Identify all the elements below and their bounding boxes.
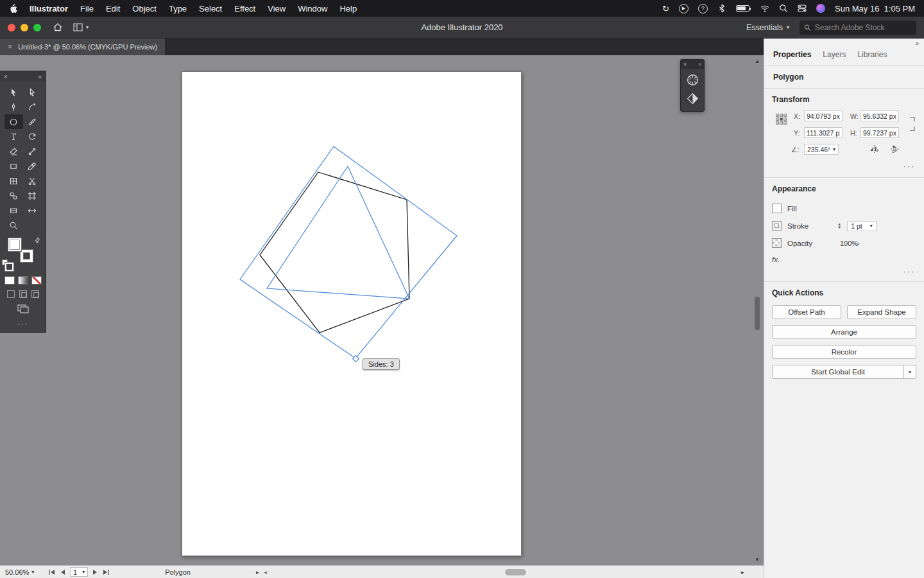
default-fill-stroke-icon[interactable]: [2, 259, 8, 265]
edit-toolbar-icon[interactable]: ···: [0, 319, 46, 328]
tools-panel-close-icon[interactable]: ×: [4, 73, 8, 80]
expand-shape-button[interactable]: Expand Shape: [847, 305, 916, 319]
curvature-tool[interactable]: [23, 100, 42, 114]
artboard[interactable]: [182, 71, 522, 556]
zoom-tool[interactable]: [4, 218, 23, 232]
transform-more-options-icon[interactable]: ···: [903, 162, 915, 171]
previous-artboard-button[interactable]: [60, 569, 65, 575]
appearance-more-options-icon[interactable]: ···: [903, 267, 915, 276]
first-artboard-button[interactable]: [48, 569, 55, 575]
menu-item[interactable]: Type: [169, 4, 187, 13]
rectangle-tool[interactable]: [4, 159, 23, 173]
window-minimize-button[interactable]: [21, 24, 28, 31]
scissors-tool[interactable]: [23, 173, 42, 188]
control-center-icon[interactable]: [798, 3, 807, 13]
width-tool[interactable]: [23, 203, 42, 218]
eraser-tool[interactable]: [4, 144, 23, 159]
arrange-documents-button[interactable]: ▾: [73, 23, 89, 31]
scroll-left-arrow[interactable]: ◂: [264, 569, 267, 575]
apple-menu-icon[interactable]: [9, 3, 17, 13]
global-edit-dropdown-icon[interactable]: ▾: [903, 365, 916, 378]
type-tool[interactable]: [4, 129, 23, 144]
flip-vertical-icon[interactable]: [891, 144, 900, 154]
pen-tool[interactable]: [4, 100, 23, 114]
document-tab[interactable]: × Untitled-3* @ 50.06% (CMYK/GPU Preview…: [0, 39, 166, 55]
home-icon[interactable]: [53, 22, 63, 32]
play-icon[interactable]: ▶: [679, 4, 689, 13]
status-expand-arrow[interactable]: ▸: [256, 569, 259, 575]
workspace-switcher[interactable]: Essentials▾: [746, 23, 789, 32]
menu-item[interactable]: View: [268, 4, 286, 13]
window-maximize-button[interactable]: [33, 24, 41, 31]
rotation-angle-dropdown[interactable]: 235.46°▾: [804, 144, 839, 155]
blend-tool[interactable]: [4, 188, 23, 203]
vertical-scrollbar-thumb[interactable]: [755, 297, 760, 330]
scale-tool[interactable]: [23, 144, 42, 159]
ellipse-tool[interactable]: [4, 114, 23, 129]
direct-selection-tool[interactable]: [23, 85, 42, 100]
anchor-handle[interactable]: [353, 356, 359, 362]
color-wheel-icon[interactable]: [686, 73, 699, 87]
stroke-color-swatch[interactable]: [20, 249, 33, 263]
menu-item[interactable]: Edit: [106, 4, 120, 13]
menu-item[interactable]: Window: [298, 4, 327, 13]
panel-tab[interactable]: Layers: [823, 50, 846, 59]
next-artboard-button[interactable]: [92, 569, 98, 575]
menu-item[interactable]: File: [80, 4, 94, 13]
fill-color-swatch[interactable]: [8, 238, 22, 252]
stock-search-input[interactable]: [815, 23, 912, 32]
menu-app-name[interactable]: Illustrator: [30, 4, 68, 13]
menu-item[interactable]: Object: [132, 4, 157, 13]
eyedropper-tool[interactable]: [23, 159, 42, 173]
menu-item[interactable]: Select: [199, 4, 222, 13]
help-icon[interactable]: ?: [698, 4, 708, 13]
stroke-weight-dropdown[interactable]: 1 pt▾: [847, 221, 877, 231]
canvas-pasteboard[interactable]: Sides: 3 × «: [0, 55, 764, 565]
swap-fill-stroke-icon[interactable]: ⇄: [33, 236, 42, 245]
vertical-scrollbar[interactable]: ▴ ▾: [753, 58, 762, 563]
color-guide-icon[interactable]: [686, 92, 699, 105]
gradient-mode-button[interactable]: [18, 276, 28, 285]
artboard-number-dropdown[interactable]: 1▾: [70, 567, 88, 577]
sync-icon[interactable]: ↻: [662, 3, 669, 13]
x-field[interactable]: [804, 110, 843, 121]
gradient-tool[interactable]: [4, 203, 23, 218]
constrain-proportions-icon[interactable]: [908, 114, 917, 134]
none-mode-button[interactable]: [31, 276, 42, 285]
last-artboard-button[interactable]: [103, 569, 110, 575]
reference-point-locator[interactable]: [776, 114, 787, 125]
y-field[interactable]: [804, 127, 843, 138]
selection-tool[interactable]: [4, 85, 23, 100]
window-close-button[interactable]: [8, 24, 15, 31]
floating-panel-close-icon[interactable]: ×: [683, 61, 687, 67]
floating-panel-expand-icon[interactable]: »: [698, 61, 701, 67]
wifi-icon[interactable]: [760, 3, 769, 13]
siri-icon[interactable]: [816, 3, 825, 13]
draw-normal-icon[interactable]: [7, 290, 15, 298]
color-mode-button[interactable]: [4, 276, 15, 285]
horizontal-scrollbar-thumb[interactable]: [505, 569, 526, 575]
zoom-level-control[interactable]: 50.06%▾: [0, 568, 39, 576]
opacity-value[interactable]: 100%: [840, 240, 858, 247]
tools-panel-collapse-icon[interactable]: «: [38, 73, 42, 80]
tab-close-icon[interactable]: ×: [8, 42, 12, 51]
fx-button[interactable]: fx.: [772, 256, 780, 263]
paintbrush-tool[interactable]: [23, 114, 42, 129]
stock-search-box[interactable]: [800, 21, 916, 35]
w-field[interactable]: [860, 110, 899, 121]
panel-tab[interactable]: Libraries: [857, 50, 887, 59]
h-field[interactable]: [860, 127, 899, 138]
draw-behind-icon[interactable]: [19, 290, 27, 298]
menubar-clock[interactable]: Sun May 16 1:05 PM: [835, 4, 915, 13]
stroke-weight-stepper[interactable]: ▲▼: [837, 223, 841, 229]
scroll-right-arrow[interactable]: ▸: [741, 569, 744, 575]
spotlight-icon[interactable]: [779, 3, 788, 13]
screen-mode-icon[interactable]: [0, 304, 46, 313]
panel-collapse-icon[interactable]: »: [915, 40, 919, 47]
stroke-swatch[interactable]: [772, 221, 782, 231]
arrange-button[interactable]: Arrange: [772, 325, 916, 339]
recolor-button[interactable]: Recolor: [772, 345, 916, 359]
flip-horizontal-icon[interactable]: [869, 144, 879, 153]
opacity-swatch[interactable]: [772, 238, 782, 248]
rotate-tool[interactable]: [23, 129, 42, 144]
